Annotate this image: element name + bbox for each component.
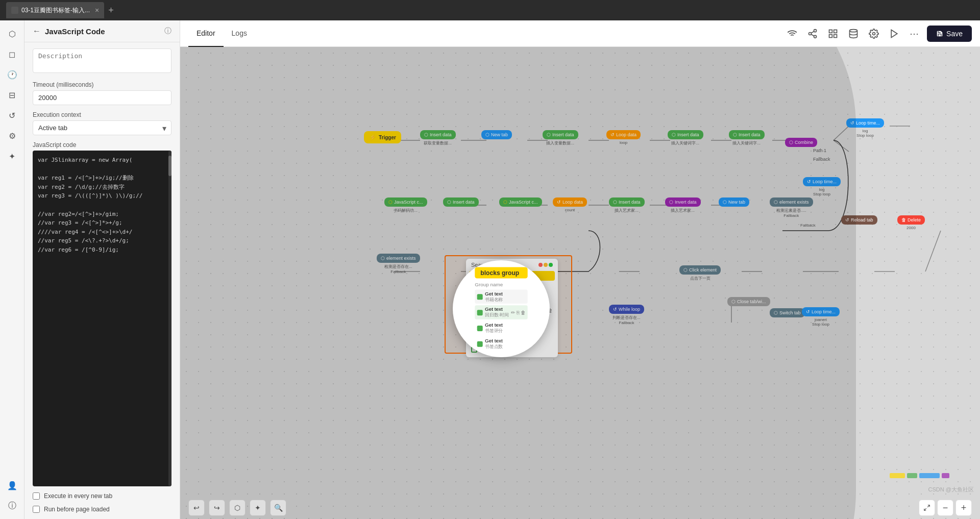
watermark: CSDN @大鱼社区 bbox=[928, 486, 974, 493]
search-tool-btn[interactable]: 🔍 bbox=[270, 500, 286, 516]
timeout-label: Timeout (milliseconds) bbox=[33, 81, 172, 88]
code-scrollbar[interactable] bbox=[168, 151, 172, 486]
code-editor[interactable]: var JSlinkarray = new Array( var reg1 = … bbox=[33, 151, 172, 486]
info-button[interactable]: ⓘ bbox=[164, 27, 172, 36]
close-tab-node[interactable]: ⬡Close tab/wi... bbox=[727, 297, 770, 306]
grid-btn[interactable] bbox=[826, 27, 840, 41]
timeout-input[interactable] bbox=[33, 90, 172, 105]
svg-rect-7 bbox=[829, 34, 832, 37]
loop-time-bottom[interactable]: ↺Loop time... joaneri Stop loop bbox=[802, 307, 840, 327]
svg-rect-5 bbox=[829, 30, 832, 33]
svg-line-20 bbox=[834, 140, 849, 152]
database-btn[interactable] bbox=[846, 27, 861, 41]
reload-tab-node[interactable]: ↺Reload tab bbox=[841, 215, 877, 225]
new-tab-r2[interactable]: ⬡New tab bbox=[719, 197, 749, 207]
loop-time-top[interactable]: ↺Loop time... log Stop loop bbox=[846, 118, 884, 138]
svg-line-37 bbox=[925, 231, 941, 271]
user-icon[interactable]: 👤 bbox=[3, 476, 21, 495]
save-button[interactable]: Save bbox=[927, 26, 972, 42]
toolbar-actions: ⋯ Save bbox=[785, 26, 972, 42]
back-button[interactable]: ← bbox=[33, 27, 41, 36]
panel-header: ← JavaScript Code ⓘ bbox=[24, 20, 180, 42]
svg-point-2 bbox=[814, 35, 817, 38]
description-input[interactable] bbox=[33, 48, 172, 73]
combine-node[interactable]: ⬡Combine bbox=[785, 138, 817, 147]
panel-title: JavaScript Code bbox=[45, 27, 160, 36]
expand-btn[interactable] bbox=[919, 500, 935, 516]
timeout-field: Timeout (milliseconds) bbox=[33, 81, 172, 105]
run-before-load-row: Run before page loaded bbox=[33, 506, 172, 513]
share-btn[interactable] bbox=[805, 27, 820, 41]
js-code-node-1[interactable]: ⬡JavaScript c... 书码解码功... bbox=[384, 197, 427, 213]
flow-svg bbox=[180, 47, 980, 519]
new-tab-btn[interactable]: + bbox=[108, 5, 114, 16]
zoom-out-btn[interactable]: − bbox=[937, 500, 953, 516]
switch-tab-node[interactable]: ⬡Switch tab bbox=[770, 308, 805, 317]
js-code-node-2[interactable]: ⬡JavaScript c... bbox=[499, 197, 542, 207]
block-tool-btn[interactable]: ⬡ bbox=[229, 500, 246, 516]
js-code-label: JavaScript code bbox=[33, 141, 172, 149]
code-scrollbar-thumb[interactable] bbox=[168, 156, 172, 176]
spotlight-group-header: blocks group bbox=[475, 267, 528, 278]
block-icon[interactable]: ◻ bbox=[3, 45, 21, 63]
toolbar: Editor Logs bbox=[180, 20, 980, 47]
element-exists-r2[interactable]: ⬡element exists 检测元素是否..... Fallback bbox=[770, 197, 813, 218]
element-exists-r3[interactable]: ⬡element exists 检测是否存在... Fallback bbox=[377, 254, 420, 274]
workflow-icon[interactable]: ⬡ bbox=[3, 24, 21, 43]
right-content: Editor Logs bbox=[180, 20, 980, 519]
svg-point-10 bbox=[873, 32, 875, 35]
insert-data-4[interactable]: ⬡Insert data 插入关键词字... bbox=[729, 130, 765, 146]
svg-marker-11 bbox=[891, 30, 897, 37]
mini-flow-bottom-right bbox=[890, 473, 949, 478]
settings-icon[interactable]: ⚙ bbox=[3, 127, 21, 145]
wifi-btn[interactable] bbox=[785, 27, 799, 41]
svg-line-4 bbox=[811, 31, 814, 33]
new-tab-1[interactable]: ⬡New tab bbox=[481, 130, 512, 139]
path1-label: Path 1 bbox=[813, 148, 826, 153]
loop-data-r2[interactable]: ↺Loop data count bbox=[553, 197, 587, 212]
table-icon[interactable]: ⊟ bbox=[3, 86, 21, 104]
canvas-bottom-toolbar: ↩ ↪ ⬡ ✦ 🔍 − + bbox=[180, 497, 980, 519]
insert-data-r2[interactable]: ⬡Insert data bbox=[443, 197, 479, 207]
invert-data-node[interactable]: ⬡Invert data 插入艺术家... bbox=[665, 197, 701, 213]
js-code-section: JavaScript code var JSlinkarray = new Ar… bbox=[33, 141, 172, 486]
insert-data-r2b[interactable]: ⬡Insert data 插入艺术家... bbox=[609, 197, 645, 213]
execution-context-select[interactable]: Active tab Background tab Current tab bbox=[33, 120, 172, 135]
undo-btn[interactable]: ↩ bbox=[188, 500, 205, 516]
save-label: Save bbox=[946, 30, 963, 38]
canvas[interactable]: ⚡ Trigger ⬡Insert data 获取变量数据... ⬡New ta… bbox=[180, 47, 980, 519]
insert-data-3[interactable]: ⬡Insert data 插入关键词字... bbox=[668, 130, 703, 146]
run-before-load-checkbox[interactable] bbox=[33, 506, 40, 513]
browser-tab[interactable]: 03-1豆瓣图书标签-输入... × bbox=[6, 2, 104, 18]
panel-content: Timeout (milliseconds) Execution context… bbox=[24, 42, 180, 519]
refresh-icon[interactable]: ↺ bbox=[3, 106, 21, 125]
star-tool-btn[interactable]: ✦ bbox=[250, 500, 266, 516]
click-element-node[interactable]: ⬡Click element 点击下一页 bbox=[679, 265, 721, 281]
loop-data-1[interactable]: ↺Loop data loop bbox=[606, 130, 641, 145]
svg-point-0 bbox=[814, 29, 817, 32]
tab-logs[interactable]: Logs bbox=[224, 20, 255, 47]
history-icon[interactable]: 🕐 bbox=[3, 65, 21, 84]
info-icon[interactable]: ⓘ bbox=[3, 497, 21, 515]
plugin-icon[interactable]: ✦ bbox=[3, 147, 21, 165]
tab-close-btn[interactable]: × bbox=[95, 6, 99, 14]
settings-btn[interactable] bbox=[867, 27, 881, 41]
more-btn[interactable]: ⋯ bbox=[908, 26, 921, 41]
insert-data-1[interactable]: ⬡Insert data 获取变量数据... bbox=[420, 130, 456, 146]
spotlight-group-name: Group name bbox=[475, 282, 528, 287]
zoom-in-btn[interactable]: + bbox=[955, 500, 972, 516]
while-loop-node[interactable]: ↺While loop 判断是否存在... Fallback bbox=[609, 305, 644, 325]
insert-data-2[interactable]: ⬡Insert data 插入变量数据... bbox=[543, 130, 578, 146]
delete-node[interactable]: 🗑Delete 2000 bbox=[897, 215, 925, 230]
fallback-label: Fallback bbox=[813, 157, 830, 162]
left-panel: ← JavaScript Code ⓘ Timeout (millisecond… bbox=[24, 20, 180, 519]
top-bar: 03-1豆瓣图书标签-输入... × + bbox=[0, 0, 980, 20]
redo-btn[interactable]: ↪ bbox=[209, 500, 225, 516]
loop-time-r2[interactable]: ↺Loop time... log Stop loop bbox=[803, 177, 841, 196]
execute-new-tab-checkbox[interactable] bbox=[33, 492, 40, 500]
description-field bbox=[33, 48, 172, 75]
tab-editor[interactable]: Editor bbox=[188, 20, 224, 47]
trigger-node[interactable]: ⚡ Trigger bbox=[364, 131, 401, 143]
run-btn[interactable] bbox=[887, 27, 901, 41]
spotlight-items: Get text 书籍名称 Get text 回归数·时间 ✏ bbox=[475, 289, 528, 351]
